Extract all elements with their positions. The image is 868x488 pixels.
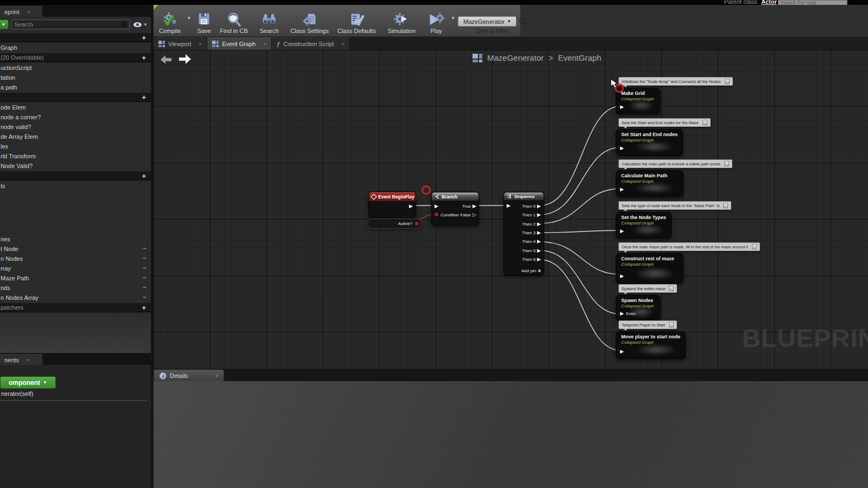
exec-in-pin[interactable]: ▶ — [620, 349, 624, 354]
then-pin[interactable]: ▶ — [537, 239, 541, 244]
exec-in-pin[interactable]: ▶ — [435, 204, 438, 209]
then-pin[interactable]: ▶ — [537, 204, 541, 209]
save-button[interactable]: Save — [193, 5, 215, 36]
help-search-input[interactable]: Search For Help — [778, 0, 847, 5]
node-sequence[interactable]: Sequence ▶ Then 0 ▶ Then 1 ▶ Then 2 ▶ Th… — [503, 192, 544, 275]
tab-details[interactable]: i Details × — [154, 369, 224, 382]
list-item[interactable]: n Nodes Array + ~ — [0, 293, 151, 303]
debug-object-select[interactable]: MazeGenerator ▼ — [458, 16, 516, 27]
list-item[interactable]: a path + ~ — [0, 82, 151, 92]
list-item[interactable]: nds + ~ — [0, 283, 151, 293]
comment-bubble-icon[interactable] — [669, 286, 674, 291]
list-item[interactable]: + ~ — [0, 191, 151, 234]
list-item[interactable]: ts + ~ — [0, 181, 151, 191]
list-item[interactable]: Node Valid? + ~ — [0, 161, 151, 171]
plus-icon[interactable]: + — [142, 34, 146, 41]
node-set-node-types[interactable]: Set the Node Types Collapsed Graph ▶ — [616, 212, 672, 239]
tab-construction-script[interactable]: ƒ Construction Script × — [272, 37, 350, 50]
list-item[interactable]: rray + ~ — [0, 264, 151, 273]
node-make-grid[interactable]: Make Grid Collapsed Graph ▶ — [616, 88, 660, 114]
plus-icon[interactable]: + — [142, 54, 146, 61]
list-item[interactable]: ode Elem + ~ — [0, 102, 151, 112]
comment-bubble-icon[interactable] — [725, 79, 730, 84]
panel-divider[interactable] — [151, 5, 154, 488]
list-item[interactable]: nes + ~ — [0, 234, 151, 244]
close-icon[interactable]: × — [199, 41, 202, 47]
parent-class-link[interactable]: Actor — [761, 0, 777, 5]
list-item[interactable]: + ~ — [0, 93, 151, 102]
list-item[interactable]: tation + ~ — [0, 73, 151, 82]
then-pin[interactable]: ▶ — [537, 257, 541, 262]
then-pin[interactable]: ▶ — [537, 213, 541, 217]
node-branch[interactable]: Branch ▶ Condition True ▶ False ▷ — [431, 192, 479, 226]
comment-bubble-icon[interactable] — [703, 120, 707, 125]
list-item[interactable]: + ~ — [0, 33, 151, 42]
comment-bubble[interactable]: Sets the type of node each Node in the "… — [618, 201, 731, 210]
exec-in-pin[interactable]: ▶ — [620, 187, 624, 192]
plus-icon[interactable]: + — [142, 304, 146, 311]
list-item[interactable]: de Array Elem + ~ — [0, 132, 151, 142]
condition-pin[interactable] — [435, 213, 438, 216]
search-button[interactable]: Search — [256, 5, 283, 36]
exec-in-pin[interactable]: ▶ — [620, 311, 624, 316]
list-item[interactable]: t Node + ~ — [0, 244, 151, 254]
exec-in-pin[interactable]: ▶ — [620, 274, 624, 279]
node-calculate-main-path[interactable]: Calculate Main Path Collapsed Graph ▶ — [616, 170, 684, 197]
close-icon[interactable]: × — [342, 41, 345, 47]
find-in-cb-button[interactable]: Find in CB — [215, 5, 252, 36]
list-item[interactable]: node a corner? + ~ — [0, 112, 151, 122]
tab-event-graph[interactable]: Event Graph × — [207, 37, 272, 50]
debug-search-icon[interactable] — [519, 17, 527, 25]
comment-bubble[interactable]: Sets the Start and End nodes for the Maz… — [618, 118, 711, 127]
close-icon[interactable]: × — [27, 9, 30, 15]
list-item[interactable]: Graph + ~ — [0, 43, 151, 53]
close-icon[interactable]: × — [215, 373, 219, 379]
close-icon[interactable]: × — [263, 41, 266, 47]
list-item[interactable]: Maze Path + ~ — [0, 273, 151, 283]
component-self-item[interactable]: nerator(self) — [1, 390, 33, 397]
chevron-down-icon[interactable]: ▼ — [187, 16, 191, 21]
class-defaults-button[interactable]: Class Defaults — [333, 5, 380, 36]
compile-button[interactable]: Compile ▼ — [155, 5, 189, 36]
add-new-dropdown[interactable]: ▼ — [0, 20, 9, 29]
node-set-start-end[interactable]: Set Start and End nodes Collapsed Graph … — [616, 129, 683, 156]
comment-bubble[interactable]: Spawns the entire maze — [618, 284, 677, 293]
node-move-player[interactable]: Move player to start node Collapsed Grap… — [616, 331, 686, 359]
then-pin[interactable]: ▶ — [537, 248, 541, 253]
list-item[interactable]: n Nodes + ~ — [0, 254, 151, 264]
exec-in-pin[interactable]: ▶ — [620, 146, 624, 151]
node-event-beginplay[interactable]: Event BeginPlay ▶ — [368, 191, 416, 218]
false-pin[interactable]: ▷ — [473, 213, 476, 217]
play-button[interactable]: Play ▼ — [423, 5, 454, 36]
list-item[interactable]: lex + ~ — [0, 142, 151, 151]
node-construct-rest[interactable]: Construct rest of maze Collapsed Graph ▶ — [616, 253, 684, 284]
comment-bubble[interactable]: Teleports Player to Start — [618, 320, 677, 329]
then-pin[interactable]: ▶ — [537, 222, 541, 227]
exec-in-pin[interactable]: ▶ — [620, 229, 624, 234]
true-pin[interactable]: ▶ — [473, 204, 476, 209]
list-item[interactable]: patchers + ~ — [0, 303, 151, 312]
class-settings-button[interactable]: Class Settings — [286, 5, 333, 36]
comment-bubble[interactable]: Once the main maze path is made, fill in… — [618, 242, 760, 251]
then-pin[interactable]: ▶ — [537, 230, 541, 235]
add-component-button[interactable]: omponent ▼ — [0, 376, 56, 389]
comment-bubble-icon[interactable] — [669, 322, 674, 328]
plus-icon[interactable]: + — [142, 94, 146, 101]
tab-components[interactable]: nents × — [0, 354, 42, 365]
comment-bubble-icon[interactable] — [752, 244, 757, 249]
plus-icon[interactable]: + — [142, 172, 146, 179]
exec-in-pin[interactable]: ▶ — [620, 105, 624, 110]
search-input[interactable]: Search — [11, 20, 130, 29]
node-spawn-nodes[interactable]: Spawn Nodes Collapsed Graph ▶ Exec — [616, 295, 660, 321]
comment-bubble[interactable]: Initializes the "Node Array" and Connect… — [618, 77, 733, 86]
visibility-filter[interactable]: ▼ — [133, 22, 148, 28]
list-item[interactable]: node valid? + ~ — [0, 122, 151, 132]
list-item[interactable]: + ~ — [0, 171, 151, 181]
node-get-active[interactable]: Active? — [367, 219, 422, 229]
comment-bubble-icon[interactable] — [723, 203, 728, 208]
comment-bubble[interactable]: Calculates the main path to ensure a via… — [618, 159, 732, 168]
list-item[interactable]: (20 Overridable) + ~ — [0, 53, 151, 62]
tab-viewport[interactable]: Viewport × — [154, 37, 207, 50]
close-icon[interactable]: × — [27, 357, 30, 363]
add-pin-row[interactable]: Add pin + — [501, 268, 541, 274]
